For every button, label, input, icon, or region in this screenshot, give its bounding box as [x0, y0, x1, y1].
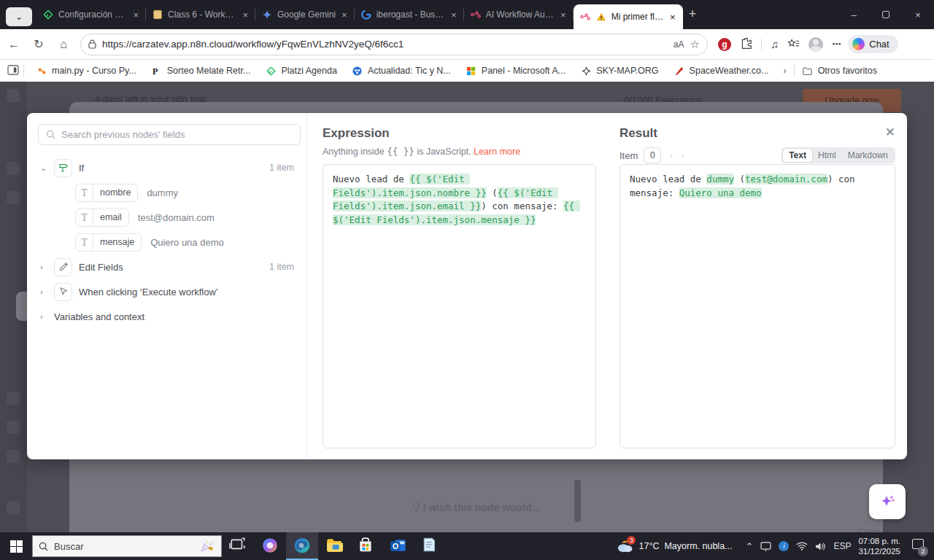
home-button[interactable]: ⌂ [53, 34, 74, 55]
grammarly-icon[interactable]: g [718, 38, 731, 51]
item-index-input[interactable]: 0 [644, 147, 661, 163]
tab-close-icon[interactable]: × [559, 9, 568, 20]
learn-more-link[interactable]: Learn more [474, 147, 520, 157]
browser-tab[interactable]: AI Workflow Automat× [464, 0, 574, 29]
tab-close-icon[interactable]: × [668, 12, 677, 23]
taskbar-app-edge[interactable] [286, 532, 318, 560]
field-pill[interactable]: Tmensaje [75, 233, 142, 252]
onedrive-info-icon[interactable]: i [779, 541, 789, 551]
close-icon[interactable]: ✕ [885, 126, 895, 139]
tree-node-if[interactable]: ⌄If1 item [27, 155, 307, 180]
result-mode-markdown[interactable]: Markdown [842, 149, 894, 162]
tree-field-email[interactable]: Temailtest@domain.com [27, 205, 307, 230]
refresh-button[interactable]: ↻ [28, 34, 50, 55]
bookmark-item[interactable]: PSorteo Melate Retr... [144, 65, 258, 77]
favorite-star-icon[interactable]: ☆ [690, 38, 700, 51]
bookmark-item[interactable]: SKY-MAP.ORG [573, 65, 665, 77]
copilot-chat-label: Chat [869, 39, 889, 50]
next-item-chevron[interactable]: › [682, 151, 684, 160]
back-button[interactable]: ← [3, 34, 25, 55]
taskbar-clock[interactable]: 07:08 p. m. 31/12/2025 [858, 536, 900, 556]
p-letter-icon: P [151, 65, 163, 77]
taskbar-search[interactable]: Buscar [32, 535, 222, 557]
scrollbar-thumb[interactable] [574, 480, 581, 522]
address-bar[interactable]: https://carzatev.app.n8n.cloud/workflow/… [80, 34, 708, 55]
chevron-right-icon[interactable]: › [40, 312, 50, 321]
restore-icon [882, 11, 889, 18]
profile-avatar[interactable] [808, 37, 823, 52]
node-feedback-prompt[interactable]: I wish this node would... [69, 502, 883, 513]
collections-icon[interactable] [787, 38, 800, 51]
bluesky-icon [352, 65, 363, 77]
browser-tab[interactable]: Class 6 - Worksheet fo× [146, 0, 255, 29]
tab-close-icon[interactable]: × [340, 9, 349, 20]
ms-store-icon [358, 537, 375, 556]
taskbar-app-notepad[interactable] [414, 532, 447, 560]
taskbar-app-outlook[interactable]: O [382, 532, 414, 560]
chevron-right-icon[interactable]: › [40, 287, 50, 296]
tab-close-icon[interactable]: × [131, 9, 140, 20]
extensions-puzzle-icon[interactable] [740, 37, 752, 52]
search-input[interactable] [61, 129, 293, 140]
new-tab-button[interactable]: + [689, 7, 697, 22]
expression-code-editor[interactable]: Nuevo lead de {{ $('Edit Fields').item.j… [323, 164, 596, 448]
taskbar-app-copilot[interactable] [254, 532, 286, 560]
window-minimize-button[interactable]: – [838, 0, 870, 29]
window-close-button[interactable]: × [902, 0, 934, 29]
bookmark-item[interactable]: SpaceWeather.co... [666, 65, 776, 77]
taskbar-app-file-explorer[interactable] [318, 532, 350, 560]
bookmark-item[interactable]: Platzi Agenda [258, 65, 344, 77]
chevron-down-icon[interactable]: ⌄ [40, 163, 50, 173]
tree-node-variables-and-context[interactable]: ›Variables and context [27, 304, 307, 329]
field-pill[interactable]: Temail [75, 209, 129, 227]
browser-tab[interactable]: iberogast - Buscar co× [355, 0, 464, 29]
ai-assistant-button[interactable] [869, 484, 906, 519]
tab-close-icon[interactable]: × [241, 9, 250, 20]
tree-node-when-clicking-execute-workflow-[interactable]: ›When clicking ‘Execute workflow’ [27, 279, 307, 304]
result-mode-text[interactable]: Text [783, 149, 812, 162]
translate-icon[interactable]: aA [674, 39, 684, 50]
clear-execution-button[interactable]: Clear execution [857, 526, 898, 532]
bookmark-item[interactable]: Panel - Microsoft A... [458, 65, 573, 77]
tray-expand-chevron[interactable]: ⌃ [746, 541, 754, 552]
tree-node-edit-fields[interactable]: ›Edit Fields1 item [27, 254, 307, 279]
field-pill[interactable]: Tnombre [75, 184, 138, 202]
settings-menu-icon[interactable]: ⋯ [832, 39, 842, 50]
taskbar-app-ms-store[interactable] [350, 532, 382, 560]
browser-tab[interactable]: Configuración paso a× [36, 0, 146, 29]
bookmark-label: SpaceWeather.co... [690, 66, 769, 76]
browser-tab[interactable]: Google Gemini× [255, 0, 355, 29]
sidebar-toggle-icon[interactable] [7, 65, 19, 77]
prev-item-chevron[interactable]: ‹ [670, 151, 673, 160]
tab-search-button[interactable]: ⌄ [6, 7, 32, 26]
taskbar-app-task-view[interactable] [222, 532, 254, 560]
media-controls-icon[interactable]: ♫ [771, 38, 779, 50]
window-restore-button[interactable] [870, 0, 902, 29]
tab-close-icon[interactable]: × [449, 9, 458, 20]
start-button[interactable] [0, 532, 32, 560]
volume-icon[interactable] [815, 542, 826, 551]
wifi-icon[interactable] [796, 542, 808, 551]
tree-field-mensaje[interactable]: TmensajeQuiero una demo [27, 230, 307, 254]
notification-center-button[interactable]: 2 [908, 537, 927, 555]
outlook-icon: O [390, 537, 407, 556]
tree-node-label: When clicking ‘Execute workflow’ [79, 287, 218, 298]
taskbar-weather[interactable]: 3 17°C Mayorm. nubla... [616, 539, 732, 553]
party-popper-icon [199, 539, 215, 553]
cast-screen-icon[interactable] [760, 542, 771, 551]
text-type-icon: T [76, 234, 93, 251]
bookmark-item[interactable]: Actualidad: Tic y N... [344, 65, 458, 77]
language-indicator[interactable]: ESP [833, 541, 851, 551]
result-mode-html[interactable]: Html [812, 149, 842, 162]
node-fields-search[interactable] [38, 124, 301, 145]
tree-field-nombre[interactable]: Tnombredummy [27, 180, 307, 205]
chevron-right-icon[interactable]: › [40, 262, 50, 271]
other-favorites-folder[interactable]: Otros favoritos [795, 65, 884, 77]
bookmark-item[interactable]: main.py - Curso Py... [28, 65, 144, 77]
result-title: Result [620, 126, 657, 141]
browser-tab[interactable]: Mi primer flujo - n× [574, 4, 683, 29]
bookmarks-overflow-chevron[interactable]: › [776, 66, 793, 76]
result-highlighted-value: dummy [706, 174, 734, 184]
tree-node-label: Variables and context [54, 311, 144, 322]
copilot-chat-button[interactable]: Chat [848, 35, 898, 53]
